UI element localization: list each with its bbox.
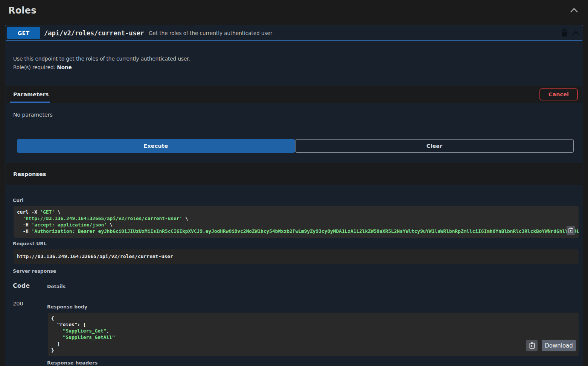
swagger-page: Roles GET /api/v2/roles/current-user Get…: [0, 0, 588, 366]
clipboard-copy-icon: [529, 342, 535, 349]
copy-response-button[interactable]: [526, 340, 538, 351]
curl-token: [17, 216, 23, 221]
details-column-header: Details: [47, 284, 66, 290]
json-comma: ,: [106, 328, 109, 334]
curl-token-string: 'http://83.136.249.164:32665/api/v2/role…: [23, 216, 182, 221]
execute-button[interactable]: Execute: [17, 139, 295, 153]
roles-required-line: Role(s) required: None: [13, 63, 575, 72]
json-indent: [51, 328, 63, 334]
opblock-collapse-chevron-up-icon[interactable]: [572, 30, 580, 35]
curl-token-string: 'GET': [40, 209, 55, 215]
section-header-roles[interactable]: Roles: [0, 0, 588, 21]
copy-curl-button[interactable]: [567, 226, 575, 235]
execute-row: Execute Clear: [6, 139, 582, 153]
curl-line: curl -X 'GET' \: [17, 209, 575, 215]
divider: [12, 295, 579, 295]
curl-token-string: 'accept: application/json': [32, 222, 107, 228]
section-title: Roles: [8, 5, 37, 16]
download-button[interactable]: Download: [542, 340, 576, 351]
cancel-button[interactable]: Cancel: [539, 88, 578, 100]
curl-label: Curl: [13, 197, 24, 204]
curl-token: -H: [17, 222, 32, 228]
lock-icon[interactable]: [561, 29, 568, 37]
request-url-block: http://83.136.249.164:32665/api/v2/roles…: [14, 249, 579, 264]
tab-parameters: Parameters: [13, 91, 49, 97]
curl-token: \: [182, 216, 188, 221]
section-collapse-chevron-up-icon[interactable]: [570, 8, 578, 13]
clipboard-copy-icon: [568, 228, 574, 233]
method-badge: GET: [7, 27, 40, 39]
request-url-value: http://83.136.249.164:32665/api/v2/roles…: [17, 254, 173, 259]
curl-token: \: [55, 209, 60, 215]
response-body-label: Response body: [47, 304, 87, 310]
opblock-get-roles-current-user: GET /api/v2/roles/current-user Get the r…: [5, 25, 583, 366]
opblock-summary[interactable]: GET /api/v2/roles/current-user Get the r…: [6, 26, 582, 41]
clear-button[interactable]: Clear: [295, 139, 574, 153]
response-body-block: { "roles": [ "Suppliers_Get", "Suppliers…: [48, 313, 579, 356]
no-parameters-text: No parameters: [6, 103, 582, 127]
response-headers-label: Response headers: [47, 360, 97, 366]
json-line: "roles": [: [51, 321, 575, 328]
code-column-header: Code: [13, 282, 30, 289]
summary-icons: [561, 29, 581, 37]
curl-token-string: 'Authorization: Bearer eyJhbGciOiJIUzUxM…: [32, 228, 579, 234]
json-line: {: [51, 315, 575, 321]
roles-required-value: None: [57, 64, 72, 70]
json-line: "Suppliers_GetAll": [51, 334, 575, 340]
json-line: }: [51, 347, 575, 353]
json-line: ]: [51, 340, 575, 347]
json-indent: [51, 334, 63, 340]
curl-token: curl -X: [17, 209, 40, 215]
status-code: 200: [13, 301, 23, 307]
curl-line: 'http://83.136.249.164:32665/api/v2/role…: [17, 215, 575, 222]
request-url-label: Request URL: [13, 241, 47, 247]
curl-line: -H 'Authorization: Bearer eyJhbGciOiJIUz…: [17, 228, 575, 234]
roles-required-label: Role(s) required:: [13, 64, 57, 70]
json-string-value: "Suppliers_GetAll": [63, 334, 115, 340]
curl-command-block: curl -X 'GET' \ 'http://83.136.249.164:3…: [14, 206, 579, 238]
server-response-label: Server response: [13, 268, 56, 274]
endpoint-summary: Get the roles of the currently authentic…: [149, 30, 272, 36]
endpoint-path: /api/v2/roles/current-user: [44, 29, 144, 37]
json-string-value: "Suppliers_Get": [63, 328, 107, 334]
responses-bar: Responses: [6, 163, 582, 185]
json-line: "Suppliers_Get",: [51, 328, 575, 334]
curl-token: \: [107, 222, 113, 228]
curl-line: -H 'accept: application/json' \: [17, 222, 575, 228]
curl-token: -H: [17, 228, 32, 234]
description-line: Use this endpoint to get the roles of th…: [13, 55, 575, 63]
parameters-bar: Parameters Cancel: [6, 86, 582, 103]
opblock-description: Use this endpoint to get the roles of th…: [6, 41, 582, 86]
responses-title: Responses: [13, 171, 46, 177]
